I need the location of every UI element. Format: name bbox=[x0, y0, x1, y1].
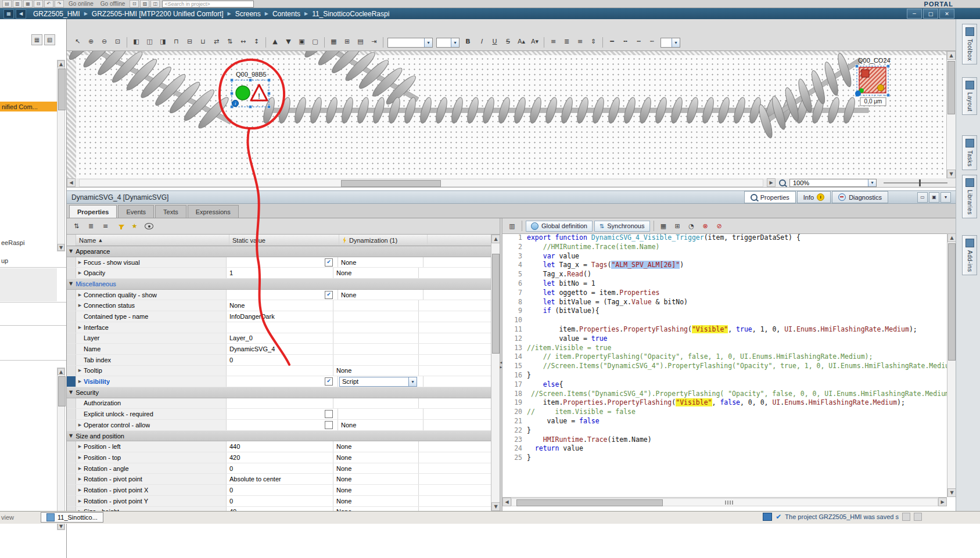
window-grid-icon[interactable]: ▦ bbox=[3, 9, 14, 19]
dynamization-value[interactable]: None bbox=[333, 454, 351, 461]
breadcrumb-item[interactable]: Screens bbox=[235, 10, 261, 18]
code-line[interactable]: HMIRuntime.Trace(item.Name) bbox=[527, 435, 947, 445]
code-line[interactable]: //Screen.Items("DynamicSVG_4").PropertyF… bbox=[527, 390, 947, 399]
expand-icon[interactable]: ▶ bbox=[76, 303, 84, 308]
align-left-icon[interactable]: ◧ bbox=[130, 35, 142, 48]
prop-row-interface[interactable]: ▶Interface bbox=[67, 322, 491, 333]
header-name[interactable]: Name bbox=[79, 237, 96, 244]
collapse-all-icon[interactable]: ≡ bbox=[99, 220, 112, 232]
screw-conveyor[interactable] bbox=[67, 51, 241, 141]
expand-icon[interactable]: ▶ bbox=[76, 271, 84, 275]
expand-icon[interactable]: ▶ bbox=[76, 488, 84, 492]
collapse-icon[interactable]: ▼ bbox=[69, 249, 73, 254]
new-icon[interactable]: ▤ bbox=[2, 0, 12, 8]
send-to-back-icon[interactable]: ▼ bbox=[282, 35, 295, 48]
tree-item-selected[interactable]: nified Com... bbox=[0, 102, 58, 111]
code-line[interactable]: item.Properties.PropertyFlashing("Visibl… bbox=[527, 325, 947, 334]
tab-diagnostics[interactable]: Diagnostics bbox=[832, 191, 888, 203]
canvas-horizontal-scrollbar[interactable]: ◀ ▶ 100% ▾ bbox=[67, 178, 956, 188]
expand-icon[interactable]: ▶ bbox=[76, 455, 84, 460]
prop-row-operator-control-allow[interactable]: ▶Operator control - allowNone bbox=[67, 420, 491, 431]
expand-icon[interactable]: ▶ bbox=[76, 444, 84, 449]
expand-icon[interactable]: ▶ bbox=[76, 466, 84, 471]
prop-row-rotation-pivot-point-y[interactable]: ▶Rotation - pivot point Y0None bbox=[67, 496, 491, 507]
tab-order-icon[interactable]: ⇥ bbox=[368, 35, 380, 48]
prop-row-name[interactable]: NameDynamicSVG_4 bbox=[67, 344, 491, 355]
code-line[interactable]: else{ bbox=[527, 380, 947, 390]
tree-item[interactable]: eeRaspi bbox=[1, 239, 24, 246]
prop-row-explicit-unlock-required[interactable]: Explicit unlock - required bbox=[67, 409, 491, 420]
side-tab-add-ins[interactable]: Add-ins bbox=[962, 235, 977, 275]
line-dashdot-icon[interactable]: ┉ bbox=[646, 35, 658, 48]
align-bottom-icon[interactable]: ⊔ bbox=[197, 35, 209, 48]
sort-ascending-icon[interactable]: ⇅ bbox=[70, 220, 82, 232]
prop-row-opacity[interactable]: ▶Opacity1None bbox=[67, 268, 491, 279]
checkbox[interactable]: ✔ bbox=[325, 258, 333, 267]
tab-expressions[interactable]: Expressions bbox=[188, 205, 239, 218]
expand-icon[interactable]: ▶ bbox=[76, 379, 84, 384]
same-width-icon[interactable]: ↔ bbox=[237, 35, 249, 48]
code-line[interactable]: if (bitValue){ bbox=[527, 307, 947, 316]
prop-row-focus-show-visual[interactable]: ▶Focus - show visual✔None bbox=[67, 257, 491, 268]
tab-events[interactable]: Events bbox=[118, 205, 154, 218]
side-tab-layout[interactable]: Layout bbox=[962, 77, 977, 115]
static-value[interactable]: Absolute to center bbox=[227, 476, 281, 483]
code-line[interactable]: // item.PropertyFlashing("Opacity", fals… bbox=[527, 352, 947, 362]
chevron-down-icon[interactable]: ▾ bbox=[408, 377, 417, 386]
collapse-icon[interactable]: ▼ bbox=[69, 390, 73, 395]
tab-texts[interactable]: Texts bbox=[155, 205, 186, 218]
code-line[interactable]: //HMIRuntime.Trace(item.Name) bbox=[527, 243, 947, 252]
header-static-value[interactable]: Static value bbox=[232, 237, 265, 244]
static-value[interactable]: 0 bbox=[227, 465, 233, 472]
prop-row-contained-type-name[interactable]: Contained type - nameInfoDangerDark bbox=[67, 311, 491, 322]
dynamization-value[interactable]: None bbox=[338, 422, 356, 429]
select-tool-icon[interactable]: ↖ bbox=[71, 35, 84, 48]
line-solid-icon[interactable]: ━ bbox=[606, 35, 618, 48]
snap-to-grid-icon[interactable]: ⊞ bbox=[341, 35, 353, 48]
print-icon[interactable]: ⊟ bbox=[34, 0, 43, 8]
reset-script-icon[interactable]: ⊘ bbox=[713, 220, 726, 232]
prop-row-rotation-angle[interactable]: ▶Rotation - angle0None bbox=[67, 463, 491, 474]
insert-structure-icon[interactable]: ⊞ bbox=[672, 220, 684, 232]
minimize-button[interactable]: ─ bbox=[907, 9, 922, 19]
static-value[interactable]: 0 bbox=[227, 487, 233, 494]
restore-window-icon[interactable] bbox=[763, 513, 772, 521]
dynamization-value[interactable]: None bbox=[333, 269, 351, 276]
tab-properties-inner[interactable]: Properties bbox=[69, 205, 117, 218]
synchronous-button[interactable]: ⇅Synchronous bbox=[594, 221, 650, 232]
breadcrumb-item[interactable]: 11_SinotticoCocleeRaspi bbox=[312, 10, 389, 18]
prop-row-position-top[interactable]: ▶Position - top420None bbox=[67, 452, 491, 463]
text-align-right-icon[interactable]: ≡ bbox=[574, 35, 586, 48]
prop-row-tooltip[interactable]: ▶TooltipNone bbox=[67, 366, 491, 377]
prop-row-size-height[interactable]: ▶Size - height40None bbox=[67, 507, 491, 512]
static-value[interactable]: InfoDangerDark bbox=[227, 313, 275, 320]
portal-view-fragment[interactable]: view bbox=[1, 514, 14, 521]
prop-group-miscellaneous[interactable]: ▼Miscellaneous bbox=[67, 279, 491, 290]
code-line[interactable]: Tag_x.Read() bbox=[527, 270, 947, 279]
expand-icon[interactable]: ▶ bbox=[76, 368, 84, 373]
code-line[interactable]: //Screen.Items("DynamicSVG_4").PropertyF… bbox=[527, 362, 947, 371]
code-editor[interactable]: export function DynamicSVG_4_Visible_Tri… bbox=[527, 233, 947, 497]
code-line[interactable]: item.Properties.PropertyFlashing("Visibl… bbox=[527, 398, 947, 408]
line-dash-icon[interactable]: ╍ bbox=[619, 35, 631, 48]
dynamic-svg-widget[interactable]: Q00_98B5!i bbox=[231, 71, 271, 109]
canvas-vertical-scrollbar[interactable]: ▲ ▼ bbox=[946, 51, 956, 178]
header-dynamization[interactable]: Dynamization (1) bbox=[349, 237, 397, 244]
prop-row-tab-index[interactable]: Tab index0 bbox=[67, 355, 491, 366]
cross-reference-icon[interactable]: ▨ bbox=[140, 0, 149, 8]
prop-group-size-and-position[interactable]: ▼Size and position bbox=[67, 431, 491, 442]
dynamization-select[interactable]: Script▾ bbox=[339, 377, 417, 387]
expand-icon[interactable]: ▶ bbox=[76, 477, 84, 481]
static-value[interactable]: None bbox=[227, 302, 245, 309]
checkbox[interactable] bbox=[325, 421, 333, 429]
dynamization-value[interactable]: None bbox=[333, 443, 351, 450]
dynamization-value[interactable]: None bbox=[333, 476, 351, 483]
search-input[interactable]: <Search in project> bbox=[162, 1, 254, 8]
diagnostics-icon[interactable]: ⊡ bbox=[130, 0, 139, 8]
expand-all-icon[interactable]: ≣ bbox=[85, 220, 97, 232]
tab-properties[interactable]: Properties bbox=[744, 191, 796, 203]
line-width-select[interactable]: ▾ bbox=[660, 38, 680, 48]
snippets-icon[interactable]: ▦ bbox=[658, 220, 670, 232]
tree-scrollbar[interactable]: ▲ ▼ bbox=[57, 60, 65, 251]
expand-icon[interactable]: ▶ bbox=[76, 293, 84, 297]
